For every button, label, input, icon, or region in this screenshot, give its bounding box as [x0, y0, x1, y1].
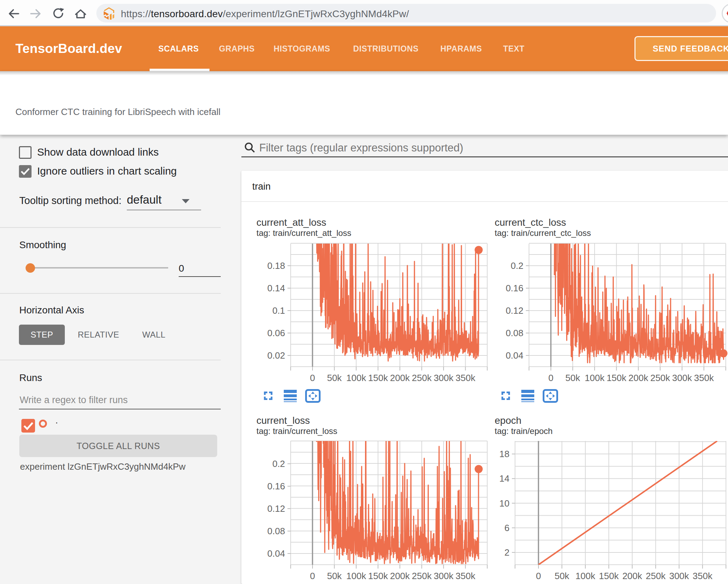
svg-text:250k: 250k — [412, 373, 432, 383]
svg-text:200k: 200k — [390, 571, 410, 581]
svg-text:150k: 150k — [368, 571, 388, 581]
svg-text:50k: 50k — [565, 373, 581, 383]
svg-text:0.1: 0.1 — [272, 305, 285, 316]
svg-text:250k: 250k — [412, 571, 432, 581]
svg-text:50k: 50k — [327, 571, 342, 581]
svg-text:0.12: 0.12 — [506, 305, 523, 316]
svg-text:200k: 200k — [622, 571, 642, 581]
svg-text:0.2: 0.2 — [272, 459, 285, 469]
svg-text:250k: 250k — [650, 373, 670, 383]
svg-text:250k: 250k — [646, 571, 666, 581]
svg-text:100k: 100k — [576, 571, 596, 581]
svg-text:0.16: 0.16 — [267, 481, 285, 491]
svg-text:0: 0 — [310, 373, 315, 383]
svg-text:2: 2 — [504, 547, 509, 558]
svg-text:300k: 300k — [434, 571, 454, 581]
svg-text:350k: 350k — [455, 373, 475, 383]
svg-text:0.18: 0.18 — [267, 260, 285, 271]
svg-text:150k: 150k — [368, 373, 388, 383]
svg-text:0.2: 0.2 — [511, 260, 523, 271]
svg-text:300k: 300k — [672, 373, 692, 383]
svg-text:100k: 100k — [585, 373, 605, 383]
svg-text:0: 0 — [310, 571, 315, 581]
svg-text:0: 0 — [536, 571, 541, 581]
svg-text:0.16: 0.16 — [506, 283, 523, 293]
svg-text:10: 10 — [499, 498, 509, 509]
svg-text:0.08: 0.08 — [506, 328, 523, 338]
svg-text:0.14: 0.14 — [267, 283, 285, 293]
svg-text:50k: 50k — [327, 373, 342, 383]
svg-text:0.12: 0.12 — [267, 503, 285, 514]
svg-text:200k: 200k — [629, 373, 648, 383]
svg-text:350k: 350k — [455, 571, 475, 581]
svg-text:6: 6 — [504, 523, 509, 533]
svg-text:0: 0 — [548, 373, 553, 383]
svg-text:150k: 150k — [599, 571, 619, 581]
svg-text:200k: 200k — [390, 373, 410, 383]
svg-text:0.02: 0.02 — [267, 350, 285, 361]
svg-text:300k: 300k — [669, 571, 689, 581]
svg-text:350k: 350k — [693, 571, 713, 581]
svg-text:0.06: 0.06 — [267, 328, 285, 338]
svg-text:0.04: 0.04 — [267, 548, 285, 559]
svg-text:350k: 350k — [694, 373, 714, 383]
svg-text:14: 14 — [499, 473, 509, 484]
svg-text:0.08: 0.08 — [267, 526, 285, 536]
svg-text:0.04: 0.04 — [506, 350, 523, 361]
svg-text:50k: 50k — [555, 571, 570, 581]
svg-text:100k: 100k — [346, 373, 366, 383]
svg-text:150k: 150k — [606, 373, 626, 383]
svg-text:100k: 100k — [346, 571, 366, 581]
svg-text:300k: 300k — [434, 373, 454, 383]
svg-text:18: 18 — [499, 449, 509, 459]
